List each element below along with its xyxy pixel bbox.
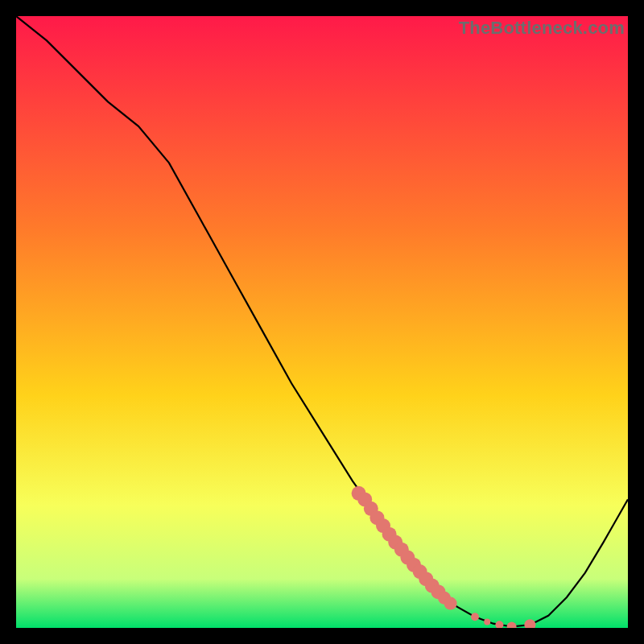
highlight-marker [484, 618, 490, 625]
chart-canvas [16, 16, 628, 628]
gradient-background [16, 16, 628, 628]
highlight-marker [444, 597, 457, 610]
chart-frame: TheBottleneck.com [16, 16, 628, 628]
watermark-text: TheBottleneck.com [459, 18, 625, 39]
highlight-marker [471, 613, 479, 621]
